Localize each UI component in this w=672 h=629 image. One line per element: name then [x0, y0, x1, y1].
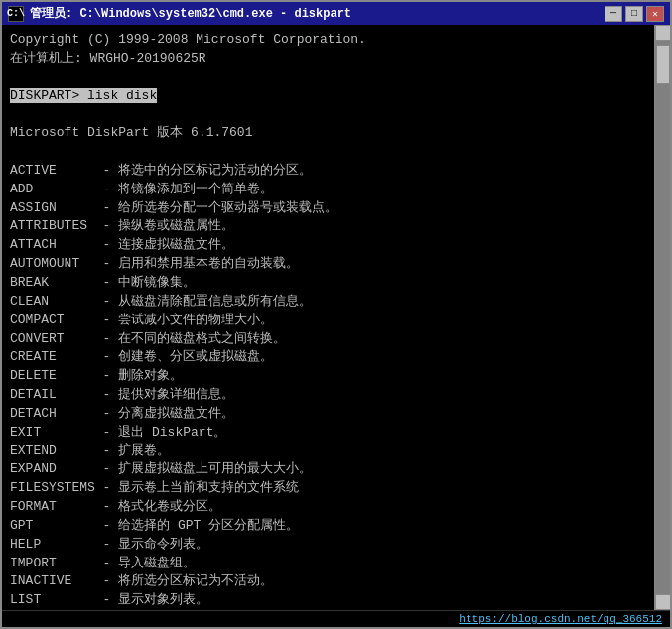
console-output: Copyright (C) 1999-2008 Microsoft Corpor… [2, 25, 670, 610]
scroll-up-button[interactable]: ▲ [655, 25, 671, 41]
title-bar: C:\ 管理员: C:\Windows\system32\cmd.exe - d… [2, 2, 670, 25]
cmd-icon: C:\ [8, 6, 24, 22]
minimize-button[interactable]: ─ [605, 6, 622, 22]
line-copyright: Copyright (C) 1999-2008 Microsoft Corpor… [10, 31, 642, 610]
window-title: 管理员: C:\Windows\system32\cmd.exe - diskp… [30, 5, 351, 22]
scroll-down-button[interactable]: ▼ [655, 594, 671, 610]
cmd-window: C:\ 管理员: C:\Windows\system32\cmd.exe - d… [0, 0, 672, 629]
status-bar: https://blog.csdn.net/qq_366512 [2, 610, 670, 627]
scrollbar[interactable]: ▲ ▼ [654, 25, 670, 610]
command-highlight: DISKPART> lisk disk [10, 88, 157, 103]
title-bar-controls: ─ □ ✕ [605, 6, 664, 22]
maximize-button[interactable]: □ [625, 6, 643, 22]
scrollbar-thumb[interactable] [656, 45, 670, 84]
console-content: Copyright (C) 1999-2008 Microsoft Corpor… [10, 31, 662, 610]
status-link[interactable]: https://blog.csdn.net/qq_366512 [459, 613, 662, 625]
title-bar-left: C:\ 管理员: C:\Windows\system32\cmd.exe - d… [8, 5, 351, 22]
close-button[interactable]: ✕ [646, 6, 664, 22]
scrollbar-track[interactable] [655, 41, 670, 594]
